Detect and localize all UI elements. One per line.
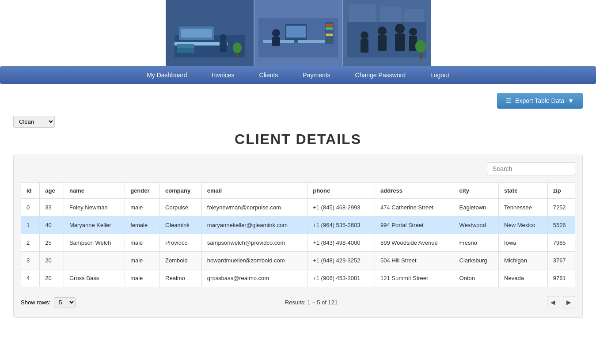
nav-clients[interactable]: Clients <box>247 66 291 84</box>
svg-rect-40 <box>404 9 424 22</box>
svg-rect-39 <box>380 7 402 22</box>
svg-point-37 <box>415 40 426 53</box>
cell-state: Iowa <box>499 234 548 252</box>
page-title: CLIENT DETAILS <box>13 131 583 148</box>
svg-point-28 <box>361 31 368 39</box>
svg-rect-26 <box>326 34 333 36</box>
table-row[interactable]: 420Gross BassmaleRealmogrossbass@realmo.… <box>21 269 575 287</box>
table-container: id age name gender company email phone a… <box>13 155 583 318</box>
cell-phone: +1 (845) 468-2993 <box>307 199 375 216</box>
cell-email: howardmueller@zomboid.com <box>201 252 307 269</box>
svg-rect-10 <box>220 41 227 52</box>
svg-point-14 <box>233 42 242 53</box>
svg-rect-12 <box>177 44 194 48</box>
col-age: age <box>40 183 64 199</box>
cell-city: Onton <box>454 269 498 287</box>
cell-email: sampsonwelch@providco.com <box>201 234 307 252</box>
col-address: address <box>375 183 454 199</box>
cell-state: New Mexico <box>499 216 548 234</box>
cell-phone: +1 (843) 498-4000 <box>307 234 375 252</box>
col-zip: zip <box>547 183 575 199</box>
toolbar: ☰ Export Table Data ▼ <box>13 93 583 109</box>
svg-point-32 <box>395 24 405 34</box>
col-name: name <box>64 183 125 199</box>
cell-id: 4 <box>21 269 40 287</box>
cell-name: Foley Newman <box>64 199 125 216</box>
svg-rect-23 <box>326 24 333 27</box>
cell-email: grossbass@realmo.com <box>201 269 307 287</box>
svg-rect-24 <box>326 27 333 30</box>
export-label: Export Table Data <box>515 97 564 104</box>
nav-invoices[interactable]: Invoices <box>199 66 247 84</box>
dropdown-arrow-icon: ▼ <box>568 97 574 104</box>
col-city: city <box>454 183 498 199</box>
nav-change-password[interactable]: Change Password <box>343 66 418 84</box>
svg-point-9 <box>220 34 227 41</box>
cell-phone: +1 (948) 429-3252 <box>307 252 375 269</box>
pagination: Show rows: 5 10 25 50 Results: 1 – 5 of … <box>21 294 575 310</box>
svg-point-30 <box>378 27 387 35</box>
cell-state: Nevada <box>499 269 548 287</box>
svg-rect-19 <box>294 40 298 43</box>
table-row[interactable]: 225Sampson WelchmaleProvidcosampsonwelch… <box>21 234 575 252</box>
cell-email: foleynewman@corpulse.com <box>201 199 307 216</box>
table-row[interactable]: 033Foley NewmanmaleCorpulsefoleynewman@c… <box>21 199 575 216</box>
cell-id: 2 <box>21 234 40 252</box>
show-rows-control: Show rows: 5 10 25 50 <box>21 297 76 307</box>
svg-rect-21 <box>272 37 280 46</box>
cell-company: Zomboid <box>160 252 202 269</box>
svg-rect-7 <box>181 29 212 38</box>
cell-age: 20 <box>40 252 64 269</box>
cell-company: Corpulse <box>160 199 202 216</box>
svg-rect-38 <box>349 4 376 22</box>
cell-age: 25 <box>40 234 64 252</box>
cell-id: 3 <box>21 252 40 269</box>
cell-phone: +1 (964) 535-2603 <box>307 216 375 234</box>
cell-zip: 7985 <box>547 234 575 252</box>
cell-city: Clarksburg <box>454 252 498 269</box>
cell-zip: 7252 <box>547 199 575 216</box>
search-row <box>21 162 575 175</box>
cell-gender: male <box>125 252 160 269</box>
col-gender: gender <box>125 183 160 199</box>
cell-id: 0 <box>21 199 40 216</box>
style-select-container: Clean Bootstrap Bulma Dark <box>13 116 583 128</box>
nav-payments[interactable]: Payments <box>290 66 342 84</box>
cell-city: Eagletown <box>454 199 498 216</box>
export-button[interactable]: ☰ Export Table Data ▼ <box>497 93 583 109</box>
prev-page-button[interactable]: ◀ <box>547 296 559 308</box>
cell-zip: 5526 <box>547 216 575 234</box>
col-id: id <box>21 183 40 199</box>
next-page-button[interactable]: ▶ <box>563 296 575 308</box>
show-rows-label: Show rows: <box>21 299 50 306</box>
rows-per-page-select[interactable]: 5 10 25 50 <box>54 297 76 307</box>
cell-age: 20 <box>40 269 64 287</box>
cell-age: 40 <box>40 216 64 234</box>
cell-zip: 3767 <box>547 252 575 269</box>
svg-point-20 <box>272 29 280 37</box>
svg-rect-29 <box>361 39 368 53</box>
nav-logout[interactable]: Logout <box>418 66 462 84</box>
client-table: id age name gender company email phone a… <box>21 182 575 287</box>
cell-company: Gleamink <box>160 216 202 234</box>
search-input[interactable] <box>487 162 575 175</box>
results-text: Results: 1 – 5 of 121 <box>285 299 338 306</box>
hamburger-icon: ☰ <box>506 97 512 104</box>
cell-id: 1 <box>21 216 40 234</box>
cell-state: Michigan <box>499 252 548 269</box>
cell-gender: male <box>125 269 160 287</box>
style-dropdown[interactable]: Clean Bootstrap Bulma Dark <box>13 116 55 128</box>
cell-phone: +1 (906) 453-2081 <box>307 269 375 287</box>
table-row[interactable]: 320maleZomboidhowardmueller@zomboid.com+… <box>21 252 575 269</box>
cell-zip: 9761 <box>547 269 575 287</box>
cell-city: Fresno <box>454 234 498 252</box>
svg-rect-18 <box>286 26 306 38</box>
cell-address: 504 Hill Street <box>375 252 454 269</box>
cell-address: 899 Woodside Avenue <box>375 234 454 252</box>
nav-my-dashboard[interactable]: My Dashboard <box>134 66 199 84</box>
table-row[interactable]: 140Maryanne KellerfemaleGleaminkmaryanne… <box>21 216 575 234</box>
content-area: ☰ Export Table Data ▼ Clean Bootstrap Bu… <box>0 84 596 326</box>
col-phone: phone <box>307 183 375 199</box>
cell-age: 33 <box>40 199 64 216</box>
cell-gender: female <box>125 216 160 234</box>
